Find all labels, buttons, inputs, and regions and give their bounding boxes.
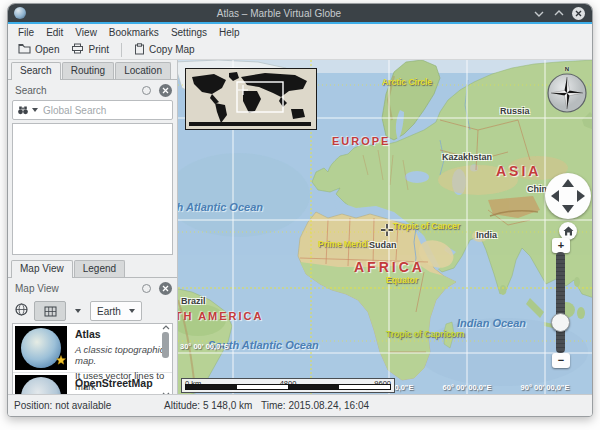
statusbar: Position: not available Altitude: 5 148,… [8, 394, 592, 416]
mapview-controls: Earth [8, 298, 177, 322]
mapview-panel-header: Map View [8, 278, 177, 298]
search-panel-header: Search [8, 80, 177, 100]
pan-up-icon[interactable] [562, 179, 574, 187]
atlas-thumbnail [15, 326, 67, 370]
menu-edit[interactable]: Edit [40, 26, 69, 39]
clipboard-icon [134, 43, 145, 57]
folder-icon [18, 43, 31, 56]
search-options-caret-icon[interactable] [32, 108, 38, 112]
window-title: Atlas – Marble Virtual Globe [26, 8, 532, 19]
home-icon [563, 226, 574, 236]
marble-window: Atlas – Marble Virtual Globe File Edit V… [7, 3, 593, 417]
map-canvas[interactable]: Arctic CircleEUROPERussiaKazakhstanASIAC… [178, 60, 593, 395]
status-position: Position: not available [14, 400, 111, 411]
copy-map-button[interactable]: Copy Map [128, 41, 201, 59]
menu-bookmarks[interactable]: Bookmarks [103, 26, 165, 39]
status-time: Time: 2015.08.24, 16:04 [261, 400, 369, 411]
scrollbar-thumb[interactable] [162, 332, 169, 358]
menu-file[interactable]: File [12, 26, 40, 39]
tab-location[interactable]: Location [115, 62, 171, 79]
sidebar: Search Routing Location Search Map View [8, 60, 178, 395]
open-button[interactable]: Open [12, 41, 65, 58]
toolbar: Open Print Copy Map [8, 40, 592, 60]
list-item-atlas[interactable]: Atlas A classic topographic map. It uses… [13, 324, 172, 373]
map-theme-title: Atlas [75, 328, 168, 340]
projection-caret-icon[interactable] [75, 309, 81, 313]
overview-map[interactable] [185, 68, 317, 130]
projection-button[interactable] [34, 301, 66, 321]
binoculars-icon [17, 101, 29, 119]
menubar: File Edit View Bookmarks Settings Help [8, 24, 592, 40]
panel-tabbar-top: Search Routing Location [8, 60, 177, 80]
menu-view[interactable]: View [69, 26, 103, 39]
search-panel-title: Search [15, 85, 47, 96]
status-altitude: Altitude: 5 148,0 km [164, 400, 252, 411]
printer-icon [71, 43, 84, 56]
search-input[interactable] [41, 104, 168, 117]
maximize-icon[interactable] [552, 7, 565, 20]
pan-down-icon[interactable] [562, 205, 574, 213]
search-results-list[interactable] [12, 123, 173, 255]
map-theme-title: OpenStreetMap [75, 377, 168, 389]
zoom-slider-track[interactable] [556, 252, 565, 353]
menu-settings[interactable]: Settings [165, 26, 213, 39]
scale-segments [185, 384, 391, 390]
map-theme-list: Atlas A classic topographic map. It uses… [12, 323, 173, 399]
minimize-icon[interactable] [532, 7, 545, 20]
menu-help[interactable]: Help [213, 26, 246, 39]
pan-right-icon[interactable] [577, 190, 585, 202]
pan-control[interactable] [545, 173, 591, 219]
map-theme-desc: A classic topographic map. [75, 344, 168, 366]
close-icon[interactable] [572, 7, 585, 20]
toolbar-separator [121, 43, 122, 57]
close-panel-icon[interactable] [159, 282, 172, 295]
combo-caret-icon [129, 309, 135, 313]
search-input-box[interactable] [12, 100, 173, 120]
float-panel-icon[interactable] [142, 86, 151, 95]
tab-map-view[interactable]: Map View [11, 260, 73, 278]
compass-north-label: N [546, 66, 588, 72]
compass-rose[interactable]: N [546, 66, 588, 114]
close-panel-icon[interactable] [159, 84, 172, 97]
list-scrollbar[interactable] [160, 325, 171, 397]
mapview-panel-title: Map View [15, 283, 59, 294]
celestial-globe-icon [15, 302, 28, 320]
tab-routing[interactable]: Routing [62, 62, 114, 79]
print-button[interactable]: Print [65, 41, 115, 58]
crosshair-icon [381, 222, 393, 234]
tab-legend[interactable]: Legend [74, 260, 125, 277]
pan-left-icon[interactable] [551, 190, 559, 202]
zoom-out-button[interactable]: − [552, 353, 570, 368]
marble-app-icon [14, 7, 26, 19]
panel-tabbar-mid: Map View Legend [8, 258, 177, 278]
celestial-body-select[interactable]: Earth [90, 301, 142, 321]
scroll-up-icon [162, 325, 170, 330]
tab-search[interactable]: Search [11, 62, 61, 80]
favorite-star-icon [56, 351, 66, 369]
scale-bar: 0 km 4800 9600 [181, 378, 395, 393]
float-panel-icon[interactable] [142, 284, 151, 293]
zoom-slider-thumb[interactable] [551, 313, 570, 332]
titlebar[interactable]: Atlas – Marble Virtual Globe [8, 4, 592, 22]
zoom-in-button[interactable]: + [552, 238, 570, 253]
